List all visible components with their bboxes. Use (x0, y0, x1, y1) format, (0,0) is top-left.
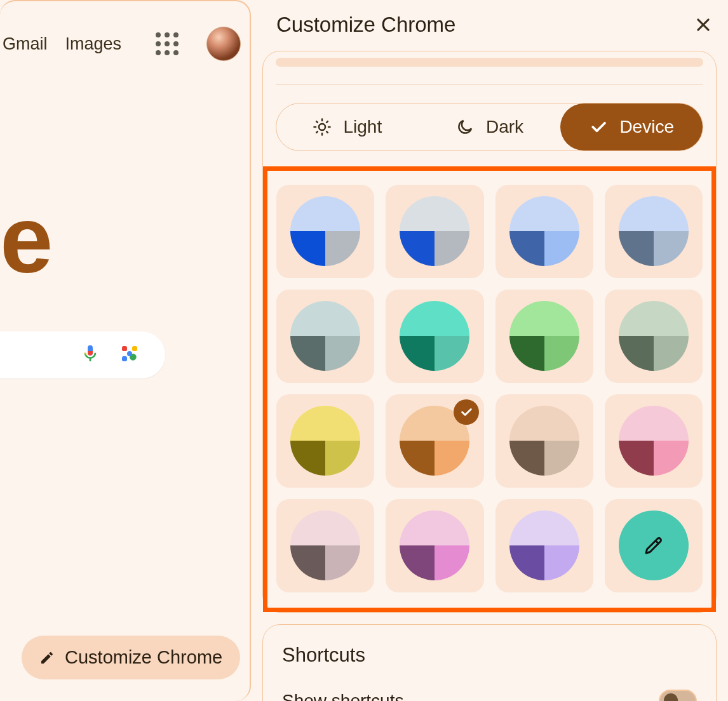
sun-icon (313, 117, 332, 137)
color-swatch[interactable] (386, 185, 483, 278)
mode-device-label: Device (619, 117, 674, 137)
color-swatch[interactable] (386, 290, 483, 383)
check-icon (589, 117, 608, 137)
mode-dark-label: Dark (486, 117, 523, 137)
mode-dark[interactable]: Dark (419, 103, 561, 150)
color-swatch[interactable] (386, 499, 483, 592)
color-swatch[interactable] (276, 290, 374, 383)
show-shortcuts-row: Show shortcuts (282, 690, 697, 701)
color-swatch[interactable] (495, 499, 593, 592)
shortcuts-title: Shortcuts (282, 644, 697, 667)
swatch-circle (290, 301, 360, 371)
top-nav: Gmail Images (0, 27, 250, 61)
svg-line-11 (327, 131, 328, 133)
svg-rect-0 (122, 346, 127, 351)
mode-light-label: Light (343, 117, 382, 137)
swatch-circle (400, 196, 469, 266)
customize-chrome-button[interactable]: Customize Chrome (22, 636, 240, 679)
svg-rect-1 (132, 346, 137, 351)
swatch-circle (400, 301, 469, 371)
images-link[interactable]: Images (65, 34, 122, 54)
customize-chrome-label: Customize Chrome (65, 647, 222, 668)
color-swatch[interactable] (495, 290, 593, 383)
color-swatch[interactable] (495, 185, 593, 278)
eyedropper-circle (619, 511, 689, 580)
color-swatch[interactable] (276, 394, 374, 488)
swatch-circle (509, 406, 579, 476)
pencil-icon (39, 650, 55, 665)
shortcuts-section: Shortcuts Show shortcuts (262, 624, 717, 701)
color-swatch[interactable] (495, 394, 593, 488)
divider (276, 84, 703, 85)
swatch-circle (290, 406, 360, 476)
moon-icon (455, 117, 475, 137)
color-swatch-grid (276, 185, 703, 592)
swatch-circle (619, 196, 689, 266)
color-swatch-highlight (263, 166, 716, 612)
toggle-knob (664, 693, 678, 701)
apps-grid-icon[interactable] (156, 32, 179, 55)
color-mode-segmented: Light Dark Device (276, 103, 703, 151)
panel-header: Customize Chrome (262, 0, 717, 51)
search-bar[interactable] (0, 331, 165, 378)
svg-line-10 (317, 121, 318, 123)
voice-search-icon[interactable] (80, 344, 100, 366)
swatch-circle (509, 196, 579, 266)
customize-side-panel: Customize Chrome Light Dark Device (251, 0, 728, 701)
collapsed-card-sliver (276, 58, 703, 67)
color-swatch[interactable] (605, 290, 703, 383)
svg-rect-2 (122, 356, 127, 361)
color-swatch[interactable] (605, 185, 703, 278)
profile-avatar[interactable] (206, 27, 241, 61)
show-shortcuts-label: Show shortcuts (282, 691, 403, 701)
color-swatch[interactable] (386, 394, 483, 488)
mode-light[interactable]: Light (276, 103, 419, 150)
appearance-section: Light Dark Device (262, 51, 717, 613)
svg-point-4 (127, 351, 132, 356)
show-shortcuts-toggle[interactable] (659, 690, 697, 701)
close-icon[interactable] (695, 17, 711, 33)
gmail-link[interactable]: Gmail (3, 34, 48, 54)
swatch-circle (290, 196, 360, 266)
swatch-circle (509, 301, 579, 371)
mode-device[interactable]: Device (560, 103, 703, 150)
color-swatch[interactable] (276, 185, 374, 278)
google-logo-fragment: e (0, 192, 53, 287)
image-search-icon[interactable] (119, 344, 140, 366)
selected-check-icon (454, 399, 479, 425)
svg-line-12 (317, 131, 318, 133)
custom-color-swatch[interactable] (605, 499, 703, 592)
swatch-circle (619, 406, 689, 476)
swatch-circle (290, 511, 360, 580)
svg-point-5 (319, 124, 325, 130)
eyedropper-icon (642, 534, 665, 557)
swatch-circle (400, 511, 469, 580)
svg-line-13 (327, 121, 328, 123)
swatch-circle (619, 301, 689, 371)
color-swatch[interactable] (605, 394, 703, 488)
panel-title: Customize Chrome (276, 13, 455, 37)
color-swatch[interactable] (276, 499, 374, 592)
new-tab-page-preview: Gmail Images e Customize Chrome (0, 0, 251, 701)
swatch-circle (509, 511, 579, 580)
